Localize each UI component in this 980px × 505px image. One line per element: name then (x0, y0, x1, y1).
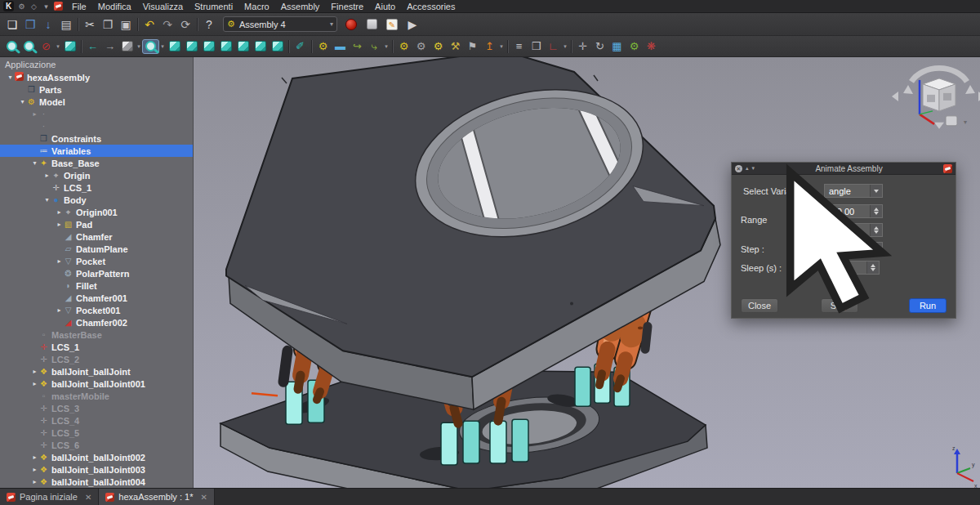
tree-item-balljoint_balljoint002[interactable]: ▸❖ballJoint_ballJoint002 (0, 451, 193, 463)
tree-expander-icon[interactable]: ▸ (31, 466, 38, 473)
menu-item-aiuto[interactable]: Aiuto (369, 2, 401, 11)
tree-item-base_base[interactable]: ▾✦Base_Base (0, 157, 193, 169)
menu-item-file[interactable]: File (66, 2, 92, 11)
view-right-icon[interactable] (217, 39, 234, 54)
update-assembly-icon[interactable]: ⚙ (412, 39, 430, 54)
view-front-icon[interactable] (183, 39, 200, 54)
tree-item-model[interactable]: ▾⚙Model (0, 96, 193, 108)
tree-item-chamfer002[interactable]: ◢Chamfer002 (0, 316, 193, 328)
print-icon[interactable]: ▤ (57, 16, 75, 33)
tree-item-datumplane[interactable]: ▱DatumPlane (0, 243, 193, 255)
menu-item-strumenti[interactable]: Strumenti (189, 2, 238, 11)
tree-item-balljoint_balljoint003[interactable]: ▸❖ballJoint_ballJoint003 (0, 463, 193, 476)
diamond-icon[interactable]: ◇ (29, 2, 38, 11)
menu-item-finestre[interactable]: Finestre (325, 2, 369, 11)
import-part-icon[interactable]: ⤷ (366, 39, 383, 54)
tree-item-lcs_5[interactable]: ✛LCS_5 (0, 427, 193, 439)
paste-icon[interactable]: ▣ (117, 16, 135, 33)
tree-expander-icon[interactable]: ▸ (56, 208, 63, 216)
macro-edit-icon[interactable]: ✎ (383, 16, 401, 33)
tree-expander-icon[interactable]: ▸ (31, 478, 38, 485)
new-assembly-icon[interactable]: ⚙ (314, 39, 332, 54)
tree-item-constraints[interactable]: ❒Constraints (0, 132, 193, 145)
variables-list-icon[interactable]: ≡ (510, 39, 528, 54)
tree-item-pocket[interactable]: ▸▽Pocket (0, 255, 193, 267)
tree-item-balljoint_balljoint001[interactable]: ▸❖ballJoint_ballJoint001 (0, 378, 193, 390)
tree-item-variables[interactable]: ≔Variables (0, 145, 193, 157)
workbench-selector[interactable]: ⚙ Assembly 4 ▾ (223, 16, 337, 32)
tree-item-pad[interactable]: ▸▧Pad (0, 218, 193, 230)
insert-link-icon[interactable]: ↪ (349, 39, 366, 54)
view-bottom-icon[interactable] (252, 39, 269, 54)
tree-expander-icon[interactable]: ▸ (31, 454, 38, 461)
configuration-icon[interactable]: ❒ (528, 39, 545, 54)
tree-item-pocket001[interactable]: ▸▽Pocket001 (0, 304, 193, 316)
edit-placement-icon[interactable]: ⚒ (447, 39, 464, 54)
view-rear-icon[interactable] (234, 39, 252, 54)
tree-item-balljoint_balljoint[interactable]: ▸❖ballJoint_ballJoint (0, 365, 193, 378)
menu-item-macro[interactable]: Macro (238, 2, 275, 11)
tab-close-icon[interactable]: ✕ (82, 493, 91, 502)
tree-item-masterbase[interactable]: ▫MasterBase (0, 328, 193, 341)
gear-pair-icon[interactable]: ⚙ (430, 39, 447, 54)
nav-back-icon[interactable]: ← (84, 39, 101, 54)
tree-item-hidden-3[interactable]: ▸· (0, 108, 193, 120)
tree-item-lcs_1[interactable]: ✛LCS_1 (0, 181, 193, 194)
nav-cube-menu-chevron[interactable]: ▾ (964, 118, 967, 126)
tree-expander-icon[interactable]: ▸ (31, 110, 38, 118)
tree-expander-icon[interactable]: ▾ (43, 196, 51, 203)
tree-item-fillet[interactable]: ◗Fillet (0, 279, 193, 292)
whats-this-icon[interactable]: ? (200, 16, 218, 33)
macro-stop-icon[interactable] (363, 16, 381, 33)
solver-icon[interactable]: ❋ (643, 39, 660, 54)
cut-icon[interactable]: ✂ (81, 16, 99, 33)
tree-item-chamfer001[interactable]: ◢Chamfer001 (0, 292, 193, 304)
dropdown-chevron-icon[interactable]: ▾ (562, 43, 568, 50)
key-icon[interactable]: ↥ (481, 39, 498, 54)
view-left-icon[interactable] (269, 39, 286, 54)
new-document-icon[interactable]: ❏ (3, 16, 21, 33)
solve-assembly-icon[interactable]: ⚙ (395, 39, 412, 54)
tree-item-mastermobile[interactable]: ▫masterMobile (0, 390, 193, 402)
tree-item-origin001[interactable]: ▸⌖Origin001 (0, 206, 193, 218)
axis-icon[interactable]: ∟ (545, 39, 562, 54)
tree-item-origin[interactable]: ▸⌖Origin (0, 169, 193, 181)
tree-item-lcs_2[interactable]: ✛LCS_2 (0, 353, 193, 365)
tree-expander-icon[interactable]: ▸ (31, 380, 38, 387)
draw-style-icon[interactable]: ⊘ (38, 39, 55, 54)
tree-item-parts[interactable]: ❒Parts (0, 83, 193, 96)
nav-cube-settings-icon[interactable] (946, 116, 957, 126)
open-folder-icon[interactable]: ❒ (21, 16, 39, 33)
tree-expander-icon[interactable]: ▸ (56, 257, 63, 265)
tree-item-lcs_3[interactable]: ✛LCS_3 (0, 402, 193, 414)
show-table-icon[interactable]: ▦ (608, 39, 626, 54)
rotate-part-icon[interactable]: ↻ (591, 39, 608, 54)
tree-expander-icon[interactable]: ▸ (56, 306, 63, 314)
dropdown-chevron-icon[interactable]: ▾ (136, 43, 142, 50)
tree-item-hidden-4[interactable]: · (0, 120, 193, 132)
macro-play-icon[interactable]: ▶ (403, 16, 421, 33)
document-tab-hexaassembly-1-[interactable]: hexaAssembly : 1*✕ (99, 489, 215, 505)
nav-forward-icon[interactable]: → (101, 39, 118, 54)
menu-item-assembly[interactable]: Assembly (275, 2, 326, 11)
move-part-icon[interactable]: ✛ (574, 39, 591, 54)
view-axonometric-icon[interactable] (166, 39, 183, 54)
dropdown-chevron-icon[interactable]: ▾ (55, 43, 61, 50)
dropdown-chevron-icon[interactable]: ▾ (159, 43, 166, 50)
tree-item-lcs_6[interactable]: ✛LCS_6 (0, 439, 193, 451)
settings-gear-icon[interactable]: ⚙ (17, 2, 26, 11)
tree-expander-icon[interactable]: ▸ (31, 368, 38, 375)
tree-expander-icon[interactable]: ▸ (43, 172, 51, 179)
pin-icon[interactable]: ⚑ (464, 39, 481, 54)
menu-item-modifica[interactable]: Modifica (92, 2, 137, 11)
view-isometric-icon[interactable] (118, 39, 136, 54)
box-selection-icon[interactable] (61, 39, 78, 54)
refresh-icon[interactable]: ⟳ (176, 16, 194, 33)
tree-item-body[interactable]: ▾●Body (0, 194, 193, 206)
copy-icon[interactable]: ❐ (99, 16, 117, 33)
document-tab-pagina-iniziale[interactable]: Pagina iniziale✕ (0, 489, 99, 505)
zoom-selection-icon[interactable] (142, 39, 159, 54)
tree-item-hexaassembly[interactable]: ▾hexaAssembly (0, 71, 193, 83)
measure-icon[interactable]: ✐ (292, 39, 309, 54)
menu-item-accessories[interactable]: Accessories (401, 2, 461, 11)
